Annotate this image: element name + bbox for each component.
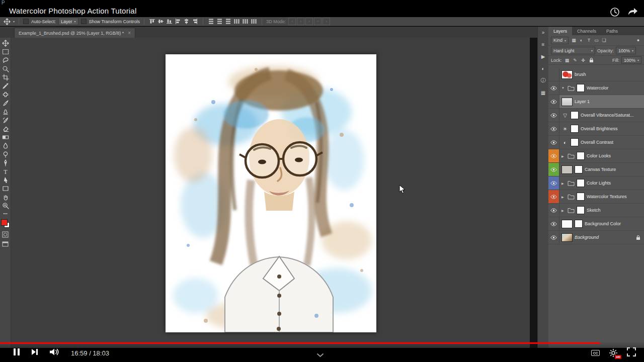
layer-mask-thumbnail[interactable] <box>571 111 579 119</box>
3d-drag-icon[interactable]: ◦ <box>305 18 313 25</box>
opacity-dropdown[interactable]: 100%▾ <box>616 47 636 54</box>
lock-transparent-pixels-icon[interactable]: ▦ <box>564 57 571 63</box>
group-expand-arrow[interactable]: ▶ <box>561 209 566 212</box>
edit-toolbar-icon[interactable]: ••• <box>3 212 7 215</box>
histogram-panel-icon[interactable]: ▦ <box>539 89 547 96</box>
layer-visibility-toggle[interactable] <box>548 95 559 108</box>
layer-row[interactable]: Background Color <box>548 217 644 231</box>
tool-quick-selection[interactable] <box>2 65 10 72</box>
tool-blur[interactable] <box>2 142 10 149</box>
document-canvas[interactable] <box>166 54 376 332</box>
layer-visibility-toggle[interactable] <box>548 149 559 162</box>
distribute-bottom-edges-button[interactable] <box>224 18 232 25</box>
info-panel-icon[interactable]: ⓘ <box>539 77 547 84</box>
collapse-to-icons-panel-icon[interactable]: » <box>539 29 547 36</box>
adjustments-panel-icon[interactable]: ◐ <box>539 65 547 72</box>
layer-visibility-toggle[interactable] <box>548 217 559 230</box>
layer-mask-thumbnail[interactable] <box>575 165 583 173</box>
align-vertical-centers-button[interactable] <box>157 18 165 25</box>
tool-move[interactable] <box>2 40 10 47</box>
group-expand-arrow[interactable]: ▶ <box>561 154 566 158</box>
captions-button[interactable]: CC <box>591 350 600 356</box>
auto-select-checkbox[interactable] <box>23 19 29 24</box>
tool-zoom[interactable] <box>2 202 10 209</box>
layer-row[interactable]: ◐Overall Contrast <box>548 136 644 149</box>
fullscreen-button[interactable] <box>627 347 636 358</box>
tool-clone-stamp[interactable] <box>2 108 10 115</box>
layer-visibility-toggle[interactable] <box>548 68 559 81</box>
panel-tab-channels[interactable]: Channels <box>572 27 601 35</box>
layer-mask-thumbnail[interactable] <box>577 152 585 160</box>
group-expand-arrow[interactable]: ▶ <box>561 195 566 199</box>
layer-mask-thumbnail[interactable] <box>571 138 579 146</box>
3d-slide-icon[interactable]: ◦ <box>314 18 321 25</box>
settings-button[interactable]: HD <box>609 348 618 357</box>
distribute-vertical-centers-button[interactable] <box>216 18 223 25</box>
layer-row[interactable]: ▶Sketch <box>548 204 644 217</box>
layer-mask-thumbnail[interactable] <box>571 125 579 133</box>
screen-mode-icon[interactable] <box>2 241 9 247</box>
tool-eraser[interactable] <box>2 125 10 132</box>
layer-thumbnail[interactable] <box>561 233 573 242</box>
3d-scale-icon[interactable]: ◦ <box>323 18 330 25</box>
distribute-top-edges-button[interactable] <box>207 18 215 25</box>
layer-row-body[interactable]: ▶Watercolor Textures <box>559 190 644 203</box>
tool-hand[interactable] <box>2 194 10 201</box>
layer-visibility-toggle[interactable] <box>548 136 559 149</box>
blend-mode-dropdown[interactable]: Hard Light▾ <box>551 47 595 54</box>
actions-panel-icon[interactable]: ▶ <box>539 53 547 60</box>
layer-row-body[interactable]: ☀Overall Brightness <box>559 122 644 135</box>
layer-row[interactable]: ▶Watercolor Textures <box>548 190 644 204</box>
layer-thumbnail[interactable] <box>561 220 573 228</box>
filter-type-layers-icon[interactable]: T <box>586 37 592 44</box>
layer-row-body[interactable]: Layer 1 <box>559 95 644 108</box>
tool-rectangle[interactable] <box>2 185 10 192</box>
layer-visibility-toggle[interactable] <box>548 109 559 122</box>
panel-tab-layers[interactable]: Layers <box>548 27 572 35</box>
layer-row-body[interactable]: Background Color <box>559 217 644 230</box>
tool-spot-healing[interactable] <box>2 91 10 98</box>
filter-adjustment-layers-icon[interactable]: ◐ <box>578 37 585 44</box>
color-swatches[interactable] <box>1 219 10 228</box>
layer-thumbnail[interactable] <box>561 70 573 79</box>
align-right-edges-button[interactable] <box>191 18 199 25</box>
layer-row[interactable]: Background <box>548 231 644 244</box>
layer-row[interactable]: ▶Color Lights <box>548 176 644 190</box>
layer-visibility-toggle[interactable] <box>548 81 559 95</box>
tool-path-selection[interactable] <box>2 176 10 184</box>
layer-row[interactable]: brush <box>548 68 644 81</box>
distribute-right-edges-button[interactable] <box>250 18 258 25</box>
tool-dodge[interactable] <box>2 151 10 158</box>
layer-mask-thumbnail[interactable] <box>577 84 585 92</box>
kind-filter-dropdown[interactable]: Kind▾ <box>551 37 569 44</box>
group-expand-arrow[interactable]: ▶ <box>561 182 566 185</box>
align-top-edges-button[interactable] <box>148 18 156 25</box>
layer-thumbnail[interactable] <box>561 98 573 106</box>
tool-gradient[interactable] <box>2 134 10 141</box>
lock-image-pixels-icon[interactable]: ✎ <box>572 57 579 63</box>
3d-roll-icon[interactable]: ◦ <box>297 18 304 25</box>
collapse-player-chevron-icon[interactable] <box>316 350 324 359</box>
tool-brush[interactable] <box>2 100 10 107</box>
layer-mask-thumbnail[interactable] <box>577 179 585 187</box>
layer-thumbnail[interactable] <box>561 165 573 174</box>
canvas-pasteboard[interactable] <box>11 38 530 348</box>
distribute-horizontal-centers-button[interactable] <box>242 18 249 25</box>
3d-rotate-icon[interactable]: ◦ <box>288 18 296 25</box>
layer-row-body[interactable]: ▶Color Lights <box>559 176 644 190</box>
layer-visibility-toggle[interactable] <box>548 122 559 135</box>
layer-row[interactable]: Canvas Texture <box>548 163 644 176</box>
layer-row[interactable]: ▽Overall Vibrance/Saturat... <box>548 109 644 122</box>
next-button[interactable] <box>31 348 38 357</box>
layer-mask-thumbnail[interactable] <box>577 206 585 214</box>
layer-row-body[interactable]: ▶Sketch <box>559 204 644 217</box>
foreground-color-swatch[interactable] <box>1 219 8 226</box>
tool-eyedropper[interactable] <box>2 82 10 89</box>
lock-position-icon[interactable]: ✜ <box>580 57 587 63</box>
layer-visibility-toggle[interactable] <box>548 163 559 176</box>
layer-mask-thumbnail[interactable] <box>575 220 583 228</box>
layer-row-body[interactable]: ▼Watercolor <box>559 81 644 95</box>
lock-all-icon[interactable] <box>588 57 595 63</box>
distribute-left-edges-button[interactable] <box>233 18 240 25</box>
align-horizontal-centers-button[interactable] <box>183 18 190 25</box>
